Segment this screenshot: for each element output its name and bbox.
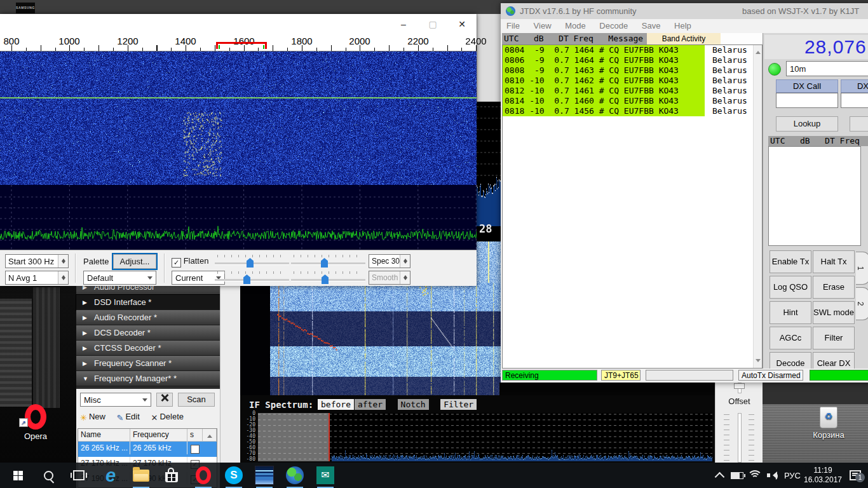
swl-mode-button[interactable]: SWL mode (813, 301, 855, 324)
sdr-waterfall[interactable] (240, 283, 502, 395)
decode-row[interactable]: 0806 -9 0.7 1464 # CQ EU7FBB KO43 Belaru… (503, 55, 762, 65)
plugin-item-dcs-decoder[interactable]: ▶ DCS Decoder * (76, 325, 220, 341)
erase-button[interactable]: Erase (813, 276, 855, 299)
enable-tx-button[interactable]: Enable Tx (770, 250, 811, 273)
column-header-name[interactable]: Name (78, 429, 130, 442)
band-select[interactable]: 10m (786, 61, 868, 76)
if-notch-button[interactable]: Notch (398, 399, 429, 410)
scan-button[interactable]: Scan (178, 393, 215, 407)
start-button[interactable] (5, 463, 31, 488)
edit-button[interactable]: ✎Edit (117, 412, 140, 421)
search-button[interactable] (36, 463, 61, 488)
desktop-icon-opera[interactable]: ↗ Opera (9, 404, 62, 441)
column-header-s[interactable]: s (187, 429, 203, 442)
tab-2[interactable]: 2 (856, 287, 868, 320)
tab-1[interactable]: 1 (856, 252, 868, 285)
group-select[interactable]: Misc (80, 393, 151, 407)
if-spectrum-plot[interactable] (258, 413, 712, 461)
dx-call-input[interactable] (776, 93, 838, 108)
if-before-button[interactable]: before (318, 399, 354, 410)
band-activity-tab[interactable]: Band Activity (647, 33, 721, 44)
task-view-button[interactable] (66, 463, 92, 488)
gain2-slider[interactable] (215, 271, 289, 285)
delete-button[interactable]: ✕Delete (151, 412, 183, 421)
taskbar-explorer[interactable] (127, 463, 155, 488)
menu-mode[interactable]: Mode (559, 19, 592, 32)
halt-tx-button[interactable]: Halt Tx (813, 250, 855, 273)
plugin-item-dsd-interface[interactable]: ▶ DSD Interface * (76, 295, 220, 310)
add-button[interactable]: Add (850, 116, 868, 132)
frequency-scale[interactable]: 800 1000 1200 1400 1600 1800 2000 2200 2… (0, 35, 477, 51)
decode-row[interactable]: 0814 -10 0.7 1460 # CQ EU7FBB KO43 Belar… (503, 96, 762, 106)
rx-frequency-list[interactable] (768, 146, 861, 246)
decode-row[interactable]: 0810 -10 0.7 1462 # CQ EU7FBB KO43 Belar… (503, 76, 762, 86)
n-avg-spinner[interactable]: N Avg 1 (5, 271, 69, 285)
flatten-checkbox[interactable]: ✓ Flatten (172, 256, 208, 268)
slider-thumb[interactable] (322, 274, 329, 284)
plugin-item-audio-recorder[interactable]: ▶ Audio Recorder * (76, 310, 220, 325)
dx-grid-input[interactable] (841, 93, 868, 108)
decode-row[interactable]: 0804 -9 0.7 1464 # CQ EU7FBB KO43 Belaru… (503, 45, 762, 55)
decode-row[interactable]: 0808 -9 0.7 1463 # CQ EU7FBB KO43 Belaru… (503, 65, 762, 76)
menu-decode[interactable]: Decode (593, 19, 634, 32)
maximize-button[interactable]: ▢ (418, 14, 447, 34)
wide-graph-titlebar[interactable]: – ▢ ✕ (0, 14, 477, 35)
if-filter-button[interactable]: Filter (440, 399, 477, 410)
menu-save[interactable]: Save (636, 19, 667, 32)
plugin-item-ctcss-decoder[interactable]: ▶ CTCSS Decoder * (76, 341, 220, 356)
zero2-slider[interactable] (291, 271, 365, 285)
taskbar-opera[interactable] (189, 463, 217, 488)
taskbar-mail[interactable]: ✉ (311, 463, 339, 488)
lookup-button[interactable]: Lookup (776, 116, 838, 132)
taskbar-jtdx[interactable] (281, 463, 309, 488)
column-header-frequency[interactable]: Frequency (130, 429, 187, 442)
row-checkbox[interactable] (191, 445, 200, 454)
hint-button[interactable]: Hint (770, 301, 811, 324)
decode-row[interactable]: 0812 -10 0.7 1461 # CQ EU7FBB KO43 Belar… (503, 86, 762, 96)
zero-slider[interactable] (291, 254, 365, 268)
scrollbar[interactable] (753, 45, 762, 368)
slider-thumb[interactable] (734, 383, 745, 389)
table-row[interactable]: 26 265 kHz ... 26 265 kHz (78, 442, 217, 457)
taskbar-edge[interactable]: e (97, 463, 125, 488)
decode-row[interactable]: 0818 -10 0.7 1456 # CQ EU7FBB KO43 Belar… (503, 106, 762, 116)
menu-view[interactable]: View (528, 19, 557, 32)
gain-slider[interactable] (215, 254, 289, 268)
tray-expand-button[interactable] (710, 463, 728, 488)
smooth-spinner[interactable]: Smooth 1 (369, 271, 410, 285)
language-indicator[interactable]: РУС (782, 463, 803, 488)
taskbar-store[interactable] (158, 463, 186, 488)
spinner-buttons[interactable] (400, 255, 410, 268)
menu-file[interactable]: File (501, 19, 526, 32)
filter-button[interactable]: Filter (813, 327, 855, 349)
spinner-buttons[interactable] (58, 255, 68, 268)
waterfall-display[interactable] (0, 51, 477, 185)
minimize-button[interactable]: – (389, 14, 418, 34)
jtdx-titlebar[interactable]: JTDX v17.6.1 by HF community based on WS… (501, 3, 868, 19)
clock[interactable]: 11:19 16.03.2017 (803, 463, 843, 488)
close-button[interactable]: ✕ (447, 14, 477, 34)
taskbar-skype[interactable]: S (220, 463, 248, 488)
volume-indicator[interactable] (764, 463, 782, 488)
decode-list[interactable]: 0804 -9 0.7 1464 # CQ EU7FBB KO43 Belaru… (502, 44, 763, 369)
plugin-item-frequency-manager[interactable]: ▼ Frequency Manager* * (76, 371, 220, 386)
notification-button[interactable]: 1 (844, 463, 867, 488)
menu-help[interactable]: Help (668, 19, 697, 32)
spectrum-display[interactable] (0, 185, 477, 250)
slider-thumb[interactable] (321, 258, 328, 268)
log-qso-button[interactable]: Log QSO (770, 276, 811, 299)
tools-button[interactable] (156, 393, 173, 407)
taskbar-sdr[interactable] (250, 463, 278, 488)
tx-message-field[interactable] (646, 370, 733, 381)
plugin-item-frequency-scanner[interactable]: ▶ Frequency Scanner * (76, 356, 220, 371)
slider-thumb[interactable] (243, 274, 250, 284)
slider-thumb[interactable] (247, 258, 254, 268)
spec-percent-spinner[interactable]: Spec 30 % (369, 254, 410, 268)
spinner-buttons[interactable] (58, 271, 68, 284)
palette-select[interactable]: Default (83, 271, 156, 285)
table-scrollbar[interactable] (203, 429, 217, 442)
adjust-button[interactable]: Adjust... (113, 254, 156, 269)
network-indicator[interactable] (746, 463, 764, 488)
battery-indicator[interactable] (728, 463, 746, 488)
spinner-buttons[interactable] (400, 271, 410, 284)
